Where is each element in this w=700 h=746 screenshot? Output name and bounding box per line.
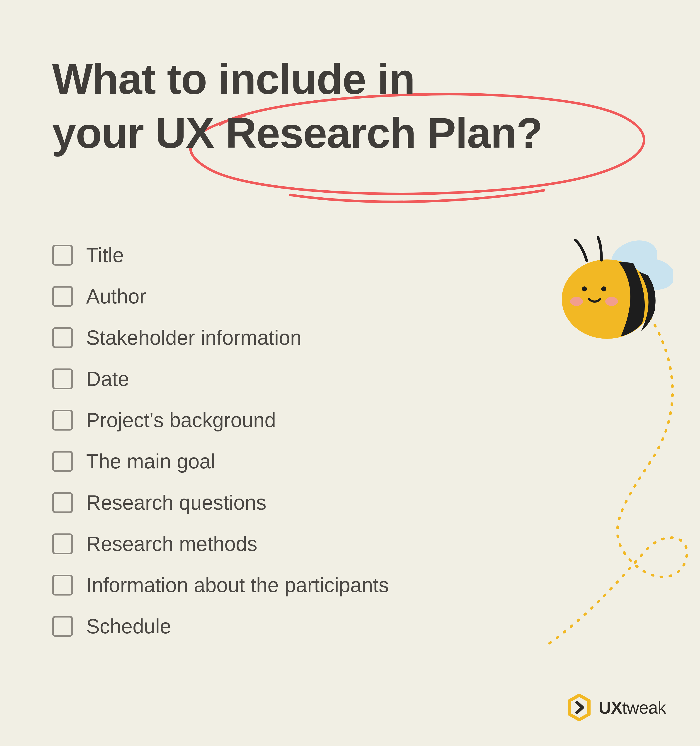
check-label: Date [86,369,129,389]
checkbox[interactable] [52,534,73,554]
check-label: The main goal [86,451,215,472]
check-item: The main goal [52,451,505,472]
check-label: Author [86,286,146,307]
flight-path [510,313,700,653]
check-item: Research methods [52,534,505,554]
checkbox[interactable] [52,327,73,348]
check-item: Information about the participants [52,575,505,596]
brand-logo: UXtweak [566,694,666,721]
brand-logo-text-bold: UX [599,698,622,717]
check-label: Title [86,245,124,265]
check-label: Schedule [86,616,171,636]
check-item: Title [52,245,505,266]
check-item: Stakeholder information [52,327,505,348]
check-item: Schedule [52,616,505,637]
brand-logo-mark [566,694,593,721]
page-title: What to include in your UX Research Plan… [52,52,641,160]
check-label: Stakeholder information [86,328,302,348]
check-label: Research questions [86,492,266,513]
checkbox[interactable] [52,616,73,637]
title-line-1: What to include in [52,55,415,103]
title-line-2-pre: your [52,109,155,157]
check-item: Research questions [52,492,505,513]
check-item: Author [52,286,505,307]
checkbox[interactable] [52,575,73,596]
brand-logo-text-light: tweak [622,698,666,717]
checkbox[interactable] [52,245,73,266]
check-item: Date [52,368,505,389]
svg-point-3 [582,286,587,292]
svg-point-6 [605,297,618,306]
infographic-card: What to include in your UX Research Plan… [0,0,700,746]
checklist: Title Author Stakeholder information Dat… [52,245,505,657]
brand-logo-text: UXtweak [599,698,666,717]
svg-point-5 [570,297,583,306]
checkbox[interactable] [52,451,73,472]
checkbox[interactable] [52,492,73,513]
checkbox[interactable] [52,410,73,430]
check-label: Project's background [86,410,276,430]
title-line-2-highlight: UX Research Plan? [155,109,542,157]
bee-icon [551,233,673,342]
check-label: Research methods [86,534,257,554]
checkbox[interactable] [52,368,73,389]
check-item: Project's background [52,410,505,430]
check-label: Information about the participants [86,575,389,595]
svg-point-4 [601,286,606,292]
checkbox[interactable] [52,286,73,307]
